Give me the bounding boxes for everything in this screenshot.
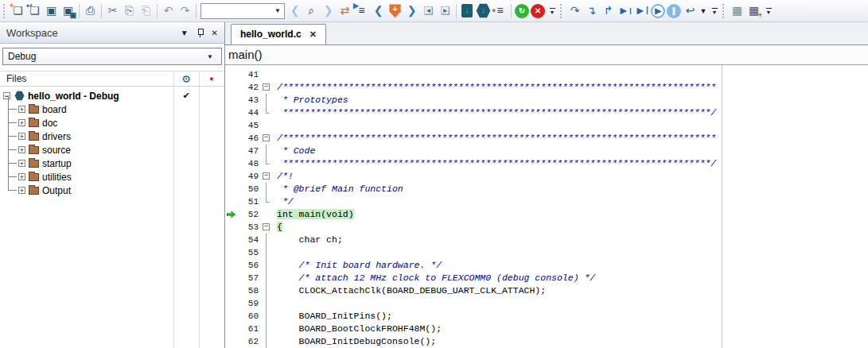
prev-bookmark-icon[interactable]: ❮ <box>370 2 387 19</box>
new-document-icon[interactable]: ❏+ <box>10 2 26 19</box>
tree-row-project[interactable]: − hello_world - Debug ✔ <box>0 89 224 102</box>
expand-icon[interactable]: + <box>18 173 25 180</box>
nav-forward-icon[interactable]: ❯ <box>320 2 337 19</box>
debug-toolbar-dropdown[interactable]: ▼ <box>699 7 708 15</box>
pin-icon[interactable] <box>197 28 204 37</box>
function-selector-bar[interactable]: main() <box>225 45 868 65</box>
code-line[interactable]: 56 /* Init board hardware. */ <box>225 259 868 272</box>
tree-row-board[interactable]: +board <box>8 102 224 116</box>
flash-download-icon[interactable]: ▦+ <box>745 2 762 19</box>
next-document-icon[interactable]: ❏▸ <box>437 2 453 19</box>
nav-back-icon[interactable]: ❮ <box>286 2 303 19</box>
prev-document-icon[interactable]: ❏◂ <box>420 2 437 19</box>
reset-icon[interactable]: ↩ <box>682 2 699 19</box>
download-target-icon[interactable]: ↓ <box>476 3 491 18</box>
ram-blocks-icon[interactable]: ▦ <box>729 2 745 19</box>
code-line[interactable]: 54 char ch; <box>225 234 868 246</box>
tab-hello-world-c[interactable]: hello_world.c ✕ <box>231 24 326 44</box>
toolbar-overflow-button[interactable]: ▼ <box>547 8 557 14</box>
code-line[interactable]: 42−/************************************… <box>225 81 868 94</box>
undo-icon[interactable]: ↶ <box>160 2 177 19</box>
cut-icon[interactable]: ✂ <box>104 2 121 19</box>
paste-icon[interactable]: ⎗ <box>138 2 154 19</box>
collapse-expander-icon[interactable]: − <box>3 92 10 99</box>
swap-arrows-icon[interactable]: ⇄ <box>337 2 353 19</box>
tree-row-utilities[interactable]: +utilities <box>8 170 224 184</box>
print-icon[interactable]: ⎙ <box>82 2 99 19</box>
toggle-bookmark-icon[interactable]: + <box>388 3 402 18</box>
chevron-down-icon[interactable]: ▼ <box>207 53 216 60</box>
close-icon[interactable]: ✕ <box>212 29 218 37</box>
tree-row-doc[interactable]: +doc <box>8 116 224 130</box>
fold-collapse-icon[interactable]: − <box>263 134 270 141</box>
reset-target-icon[interactable]: ↻ <box>515 4 529 18</box>
gear-icon[interactable]: ⚙ <box>173 73 199 85</box>
debug-toolbar-overflow-button[interactable]: ▼ <box>710 8 719 14</box>
step-into-icon[interactable]: ↴ <box>583 2 600 19</box>
code-line[interactable]: 41 <box>225 68 868 81</box>
expand-icon[interactable]: + <box>18 187 25 194</box>
stop-debug-icon[interactable]: ✕ <box>531 4 545 18</box>
code-line[interactable]: 57 /* attach 12 MHz clock to FLEXCOMM0 (… <box>225 272 868 284</box>
chevron-down-icon[interactable]: ▼ <box>274 7 284 14</box>
code-line[interactable]: 51 */ <box>225 195 868 208</box>
step-over-icon[interactable]: ↷ <box>566 2 583 19</box>
expand-icon[interactable]: + <box>18 133 25 140</box>
tree-row-output[interactable]: +Output <box>8 184 224 197</box>
toolbar-grip[interactable] <box>722 4 726 18</box>
close-icon[interactable]: ✕ <box>309 29 317 40</box>
code-line[interactable]: 55 <box>225 246 868 259</box>
jump-to-list-icon[interactable]: ≡▶ <box>353 2 370 19</box>
download-file-icon[interactable]: ↓ <box>461 4 473 17</box>
code-line[interactable]: 58 CLOCK_AttachClk(BOARD_DEBUG_UART_CLK_… <box>225 284 868 297</box>
fold-collapse-icon[interactable]: − <box>263 172 270 180</box>
expand-icon[interactable]: + <box>18 119 25 126</box>
code-line[interactable]: 47 * Code <box>225 145 868 157</box>
code-line[interactable]: 45 <box>225 119 868 132</box>
expand-icon[interactable]: + <box>18 146 25 153</box>
run-to-cursor-icon[interactable]: ►ı <box>617 2 633 19</box>
toolbar-grip[interactable] <box>560 4 564 18</box>
code-line[interactable]: 43 * Prototypes <box>225 94 868 106</box>
toolbar-grip[interactable] <box>3 4 7 18</box>
gutter-breakpoint-margin[interactable] <box>225 211 237 218</box>
tree-row-drivers[interactable]: +drivers <box>8 130 224 143</box>
fold-margin[interactable]: − <box>261 221 272 234</box>
toolbar-search-combo[interactable]: ▼ <box>200 3 285 19</box>
memory-toolbar-overflow-button[interactable]: ▼ <box>764 8 773 14</box>
search-icon[interactable]: ⌕ <box>303 2 320 19</box>
fold-margin[interactable]: − <box>261 81 272 94</box>
configuration-dropdown[interactable]: Debug ▼ <box>2 48 222 65</box>
code-line[interactable]: 48 *************************************… <box>225 157 868 170</box>
copy-icon[interactable]: ⎘ <box>121 2 138 19</box>
chevron-down-icon[interactable]: ▼ <box>181 29 189 37</box>
tree-row-source[interactable]: +source <box>8 143 224 157</box>
disassembly-icon[interactable]: ≡● <box>492 2 508 19</box>
fold-margin[interactable]: − <box>261 132 272 145</box>
code-line[interactable]: 44 *************************************… <box>225 106 868 119</box>
code-line[interactable]: 50 * @brief Main function <box>225 183 868 195</box>
code-line[interactable]: 52int main(void) <box>225 208 868 221</box>
code-line[interactable]: 53−{ <box>225 221 868 234</box>
expand-icon[interactable]: + <box>18 160 25 167</box>
code-line[interactable]: 59 <box>225 297 868 310</box>
next-bookmark-icon[interactable]: ❯ <box>403 2 420 19</box>
fold-collapse-icon[interactable]: − <box>263 83 270 91</box>
code-line[interactable]: 46−/************************************… <box>225 132 868 145</box>
next-statement-icon[interactable]: ►I <box>633 2 650 19</box>
expand-icon[interactable]: + <box>18 106 25 113</box>
go-icon[interactable]: ▶ <box>651 4 665 18</box>
code-line[interactable]: 60 BOARD_InitPins(); <box>225 310 868 323</box>
code-line[interactable]: 62 BOARD_InitDebugConsole(); <box>225 335 868 348</box>
code-line[interactable]: 61 BOARD_BootClockFROHF48M(); <box>225 323 868 335</box>
break-icon[interactable]: ∥ <box>667 4 681 18</box>
code-line[interactable]: 49−/*! <box>225 170 868 183</box>
save-all-icon[interactable]: ▣▣ <box>60 2 76 19</box>
tree-row-startup[interactable]: +startup <box>8 157 224 170</box>
step-out-icon[interactable]: ↱ <box>600 2 617 19</box>
fold-collapse-icon[interactable]: − <box>263 223 270 230</box>
save-icon[interactable]: ▣ <box>43 2 60 19</box>
redo-icon[interactable]: ↷ <box>177 2 193 19</box>
open-document-icon[interactable]: ❏↩ <box>26 2 43 19</box>
code-area[interactable]: 4142−/**********************************… <box>225 65 868 348</box>
